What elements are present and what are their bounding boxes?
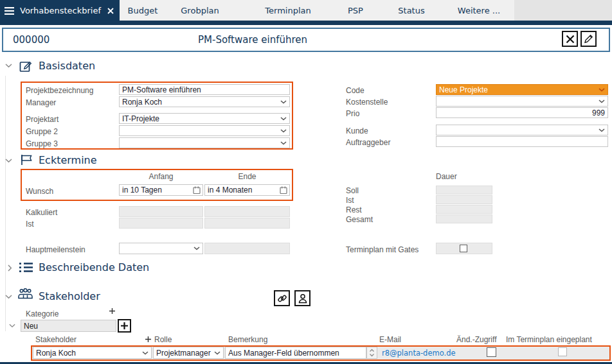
add-person-button[interactable] — [294, 290, 310, 306]
label-rest: Rest — [346, 205, 362, 214]
chevron-down-icon — [598, 128, 605, 132]
add-stakeholder-category-button[interactable] — [118, 319, 131, 333]
edit-button[interactable] — [580, 31, 597, 47]
label-code: Code — [346, 86, 364, 95]
menu-hamburger-icon[interactable] — [4, 7, 14, 15]
label-prio: Prio — [346, 109, 359, 118]
bemerkung-expand-spinner[interactable] — [366, 347, 377, 359]
row-bemerkung-input[interactable]: Aus Manager-Feld übernommen — [225, 347, 366, 359]
auftraggeber-input[interactable] — [436, 136, 608, 147]
tab-bar-spacer — [514, 0, 612, 21]
row-stakeholder-value: Ronja Koch — [36, 349, 76, 358]
kostenstelle-select[interactable] — [436, 96, 608, 107]
link-stakeholder-button[interactable] — [274, 290, 290, 306]
label-wunsch: Wunsch — [26, 187, 53, 196]
chevron-down-icon — [598, 88, 605, 92]
row-im-terminplan-checkbox[interactable] — [558, 347, 567, 356]
code-value: Neue Projekte — [439, 85, 488, 94]
add-kategorie-icon[interactable] — [109, 308, 116, 315]
prio-input[interactable]: 999 — [436, 107, 608, 118]
link-icon — [277, 293, 287, 304]
label-soll: Soll — [346, 186, 359, 195]
manager-select[interactable]: Ronja Koch — [119, 96, 290, 107]
flag-icon — [19, 153, 33, 166]
wunsch-ende-date-input[interactable]: in 4 Monaten — [204, 184, 290, 196]
project-id: 000000 — [13, 34, 50, 46]
projektart-select[interactable]: IT-Projekte — [119, 113, 290, 124]
chevron-down-icon — [598, 100, 605, 103]
chevron-down-icon — [280, 141, 287, 145]
wunsch-ende-value: in 4 Monaten — [208, 186, 252, 195]
chevron-down-icon — [194, 247, 200, 250]
ist-ende-field — [204, 218, 290, 229]
people-group-icon — [17, 288, 33, 300]
table-header-bemerkung: Bemerkung — [228, 335, 267, 344]
row-email-link[interactable]: r8@planta-demo.de — [382, 349, 456, 358]
label-manager: Manager — [26, 98, 56, 107]
label-kunde: Kunde — [346, 126, 368, 135]
calendar-icon[interactable] — [193, 186, 201, 195]
expand-beschreibende-chevron-right-icon[interactable] — [8, 264, 12, 272]
table-header-email: E-Mail — [379, 335, 401, 344]
kategorie-neu-field[interactable]: Neu — [21, 320, 116, 332]
manager-value: Ronja Koch — [122, 98, 162, 107]
calendar-icon[interactable] — [280, 186, 287, 195]
tab-psp[interactable]: PSP — [348, 0, 363, 21]
dauer-ist-field — [436, 195, 492, 204]
gruppe-2-select[interactable] — [119, 125, 290, 136]
label-gruppe-3: Gruppe 3 — [26, 139, 58, 148]
projektbezeichnung-input[interactable]: PM-Software einführen — [119, 84, 290, 95]
pencil-icon — [584, 34, 593, 44]
kategorie-row-chevron-down-icon[interactable] — [9, 324, 15, 328]
dauer-rest-field — [436, 205, 492, 214]
collapse-stakeholder-chevron-down-icon[interactable] — [5, 295, 12, 299]
label-ist-dauer: Ist — [346, 196, 354, 205]
tab-status[interactable]: Status — [398, 0, 424, 21]
delete-button[interactable] — [562, 31, 578, 47]
plus-icon — [120, 322, 129, 330]
projektart-value: IT-Projekte — [122, 114, 159, 123]
tab-budget[interactable]: Budget — [128, 0, 158, 21]
terminplan-mit-gates-checkbox[interactable] — [460, 245, 467, 252]
row-rolle-select[interactable]: Projektmanager — [153, 347, 224, 359]
hauptmeilenstein-select[interactable] — [119, 243, 203, 254]
kunde-select[interactable] — [436, 125, 608, 135]
add-stakeholder-row-icon[interactable] — [145, 336, 152, 343]
list-icon — [19, 262, 33, 273]
label-ist-termine: Ist — [26, 220, 34, 229]
column-header-ende: Ende — [204, 172, 290, 181]
label-projektbezeichnung: Projektbezeichnung — [26, 86, 93, 95]
planta-project-profile: Vorhabensteckbrief Budget Grobplan Termi… — [0, 0, 612, 364]
tab-terminplan[interactable]: Terminplan — [265, 0, 310, 21]
tab-weitere[interactable]: Weitere ... — [458, 0, 500, 21]
code-select[interactable]: Neue Projekte — [436, 84, 608, 95]
chevron-down-icon — [280, 100, 287, 104]
label-kostenstelle: Kostenstelle — [346, 98, 388, 107]
row-email-cell[interactable]: r8@planta-demo.de — [379, 347, 467, 359]
chevron-down-icon — [280, 117, 287, 121]
active-tab-label: Vorhabensteckbrief — [20, 6, 101, 15]
label-gesamt: Gesamt — [346, 215, 373, 224]
label-terminplan-mit-gates: Terminplan mit Gates — [346, 245, 419, 254]
tab-vorhabensteckbrief[interactable]: Vorhabensteckbrief — [0, 0, 120, 25]
section-title-ecktermine: Ecktermine — [39, 154, 97, 166]
wunsch-anfang-date-input[interactable]: in 10 Tagen — [119, 184, 203, 196]
table-header-aend-zugriff: Änd.-Zugriff — [456, 335, 496, 344]
ist-anfang-field — [119, 218, 203, 229]
section-title-beschreibende-daten: Beschreibende Daten — [39, 261, 149, 273]
hauptmeilenstein-date-field — [204, 243, 290, 254]
row-stakeholder-select[interactable]: Ronja Koch — [33, 347, 152, 359]
row-aend-zugriff-checkbox[interactable] — [487, 347, 496, 357]
tab-grobplan[interactable]: Grobplan — [181, 0, 219, 21]
column-header-dauer: Dauer — [436, 172, 457, 181]
gruppe-3-select[interactable] — [119, 137, 290, 148]
x-icon — [566, 35, 575, 44]
close-tab-icon[interactable] — [107, 8, 114, 14]
section-title-basisdaten: Basisdaten — [39, 60, 95, 72]
collapse-ecktermine-chevron-down-icon[interactable] — [5, 159, 12, 163]
collapse-basisdaten-chevron-down-icon[interactable] — [5, 64, 12, 68]
table-header-stakeholder: Stakeholder — [35, 335, 76, 344]
edit-box-icon — [19, 59, 33, 73]
column-header-anfang: Anfang — [119, 172, 203, 181]
kalkuliert-anfang-field — [119, 206, 203, 217]
